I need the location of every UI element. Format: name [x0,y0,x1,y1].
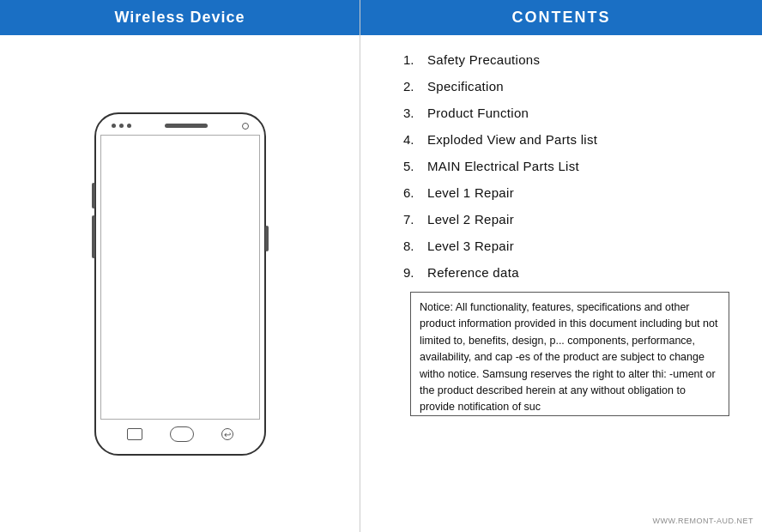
list-item: 5. MAIN Electrical Parts List [403,159,736,173]
list-item: 9. Reference data [403,265,736,280]
list-label-3: Product Function [427,106,529,120]
list-label-4: Exploded View and Parts list [427,132,597,147]
phone-illustration [94,112,266,456]
main-container: Wireless Device [0,0,762,532]
list-num-6: 6. [403,185,427,200]
phone-indicator-dots [112,124,131,128]
list-num-4: 4. [403,132,427,147]
list-item: 6. Level 1 Repair [403,185,736,200]
watermark: WWW.REMONT-AUD.NET [653,517,754,525]
contents-area: 1. Safety Precautions 2. Specification 3… [360,35,762,532]
phone-top-bar [96,114,264,135]
list-num-2: 2. [403,79,427,94]
right-header: CONTENTS [360,0,762,35]
recent-apps-button [127,428,142,440]
list-label-1: Safety Precautions [427,52,540,67]
list-item: 7. Level 2 Repair [403,212,736,227]
left-header: Wireless Device [0,0,360,35]
list-label-7: Level 2 Repair [427,212,514,227]
phone-screen [100,135,260,420]
volume-down-btn [92,215,95,258]
list-label-5: MAIN Electrical Parts List [427,159,579,173]
notice-box: Notice: All functionality, features, spe… [410,292,729,416]
list-item: 1. Safety Precautions [403,52,736,67]
phone-side-button-right [265,226,269,251]
list-item: 2. Specification [403,79,736,94]
list-num-7: 7. [403,212,427,227]
list-label-9: Reference data [427,265,519,280]
list-label-2: Specification [427,79,504,94]
dot-1 [112,124,116,128]
list-label-6: Level 1 Repair [427,185,514,200]
list-label-8: Level 3 Repair [427,239,514,253]
list-num-1: 1. [403,52,427,67]
phone-speaker [165,124,208,128]
back-button [221,428,233,440]
volume-up-btn [92,183,95,209]
dot-2 [119,124,124,128]
left-panel: Wireless Device [0,0,360,532]
list-item: 4. Exploded View and Parts list [403,132,736,147]
list-num-5: 5. [403,159,427,173]
phone-camera [242,123,249,130]
list-num-9: 9. [403,265,427,280]
phone-bottom-bar [96,420,264,454]
list-item: 3. Product Function [403,106,736,120]
list-item: 8. Level 3 Repair [403,239,736,253]
power-btn [265,226,269,251]
list-num-8: 8. [403,239,427,253]
phone-side-buttons-left [92,183,95,258]
contents-list: 1. Safety Precautions 2. Specification 3… [403,52,736,280]
list-num-3: 3. [403,106,427,120]
dot-3 [127,124,131,128]
home-button [170,426,194,442]
right-panel: CONTENTS 1. Safety Precautions 2. Specif… [360,0,762,532]
phone-area [0,35,360,532]
